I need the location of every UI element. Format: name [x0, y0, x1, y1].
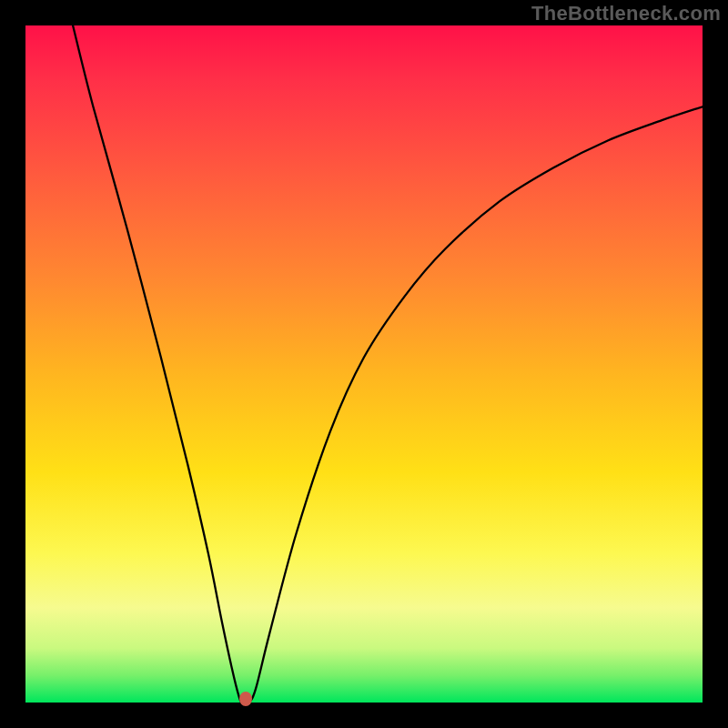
- chart-container: TheBottleneck.com: [0, 0, 728, 728]
- bottleneck-curve: [25, 25, 703, 703]
- minimum-marker: [239, 692, 252, 706]
- attribution-label: TheBottleneck.com: [531, 2, 721, 25]
